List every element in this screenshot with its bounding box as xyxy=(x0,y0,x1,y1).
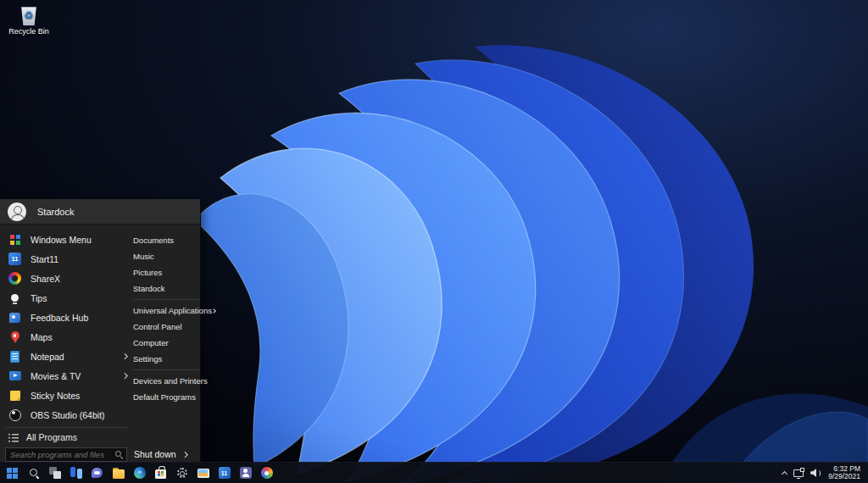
recycle-bin-label: Recycle Bin xyxy=(3,27,54,36)
startmenu-item-control-panel[interactable]: Control Panel xyxy=(133,319,199,335)
shutdown-label: Shut down xyxy=(134,449,176,459)
startmenu-item-music[interactable]: Music xyxy=(133,248,199,264)
teams-icon xyxy=(240,467,252,479)
taskbar-photos-button[interactable] xyxy=(192,463,214,483)
separator xyxy=(133,369,199,370)
item-label: Music xyxy=(133,252,154,261)
item-label: Universal Applications xyxy=(133,306,212,315)
startmenu-item-obs-studio[interactable]: OBS Studio (64bit) xyxy=(3,405,131,425)
edge-icon xyxy=(134,467,146,479)
speaker-icon[interactable] xyxy=(810,469,821,477)
item-label: Stardock xyxy=(133,284,165,293)
item-label: Maps xyxy=(31,332,126,342)
photos-icon xyxy=(198,469,209,478)
search-icon xyxy=(29,468,39,478)
chat-icon xyxy=(92,468,103,478)
search-icon xyxy=(115,451,123,458)
obs-studio-icon xyxy=(8,408,22,422)
chevron-right-icon xyxy=(182,452,187,457)
startmenu-item-movies-tv[interactable]: Movies & TV xyxy=(3,366,131,386)
startmenu-item-sharex[interactable]: ShareX xyxy=(3,269,131,288)
gear-icon xyxy=(177,468,187,478)
item-label: Notepad xyxy=(31,352,114,362)
start-menu-right-column: Documents Music Pictures Stardock Univer… xyxy=(133,232,199,405)
taskbar-file-explorer-button[interactable] xyxy=(108,463,129,483)
startmenu-item-devices-and-printers[interactable]: Devices and Printers xyxy=(133,373,199,389)
all-programs-list-icon xyxy=(8,432,19,442)
file-explorer-icon xyxy=(113,469,125,479)
item-label: Documents xyxy=(133,236,174,245)
recycle-symbol-icon: ♻ xyxy=(19,10,38,20)
startmenu-item-tips[interactable]: Tips xyxy=(3,288,131,308)
item-label: Default Programs xyxy=(133,392,196,402)
start11-icon xyxy=(219,467,231,479)
recycle-bin-glyph: ♻ xyxy=(19,4,38,25)
startmenu-item-settings[interactable]: Settings xyxy=(133,351,199,367)
item-label: OBS Studio (64bit) xyxy=(31,410,126,420)
all-programs-button[interactable]: All Programs xyxy=(8,430,77,444)
startmenu-item-universal-applications[interactable]: Universal Applications xyxy=(133,303,199,319)
maps-icon xyxy=(8,330,22,344)
item-label: Settings xyxy=(133,354,162,364)
tray-date: 9/29/2021 xyxy=(828,473,860,481)
sharex-icon xyxy=(8,271,22,286)
item-label: Devices and Printers xyxy=(133,376,208,386)
start-menu-body: Windows Menu Start11 ShareX Tips Feedbac… xyxy=(0,225,200,462)
windows-logo-icon xyxy=(7,468,18,479)
taskbar-clock[interactable]: 6:32 PM 9/29/2021 xyxy=(828,465,860,481)
movies-tv-icon xyxy=(8,369,22,383)
startmenu-item-windows-menu[interactable]: Windows Menu xyxy=(3,230,131,249)
item-label: Feedback Hub xyxy=(31,313,126,323)
search-box xyxy=(5,447,127,462)
taskbar-start-button[interactable] xyxy=(2,463,23,483)
start-menu-user-header[interactable]: Stardock xyxy=(0,199,200,225)
taskbar-store-button[interactable] xyxy=(150,463,171,483)
startmenu-item-feedback-hub[interactable]: Feedback Hub xyxy=(3,308,131,327)
startmenu-item-computer[interactable]: Computer xyxy=(133,335,199,351)
search-input[interactable] xyxy=(5,447,127,462)
taskbar-start11-button[interactable] xyxy=(214,463,235,483)
startmenu-item-default-programs[interactable]: Default Programs xyxy=(133,389,199,405)
start-menu: Stardock Windows Menu Start11 ShareX Tip… xyxy=(0,199,201,462)
tips-icon xyxy=(8,291,22,305)
store-icon xyxy=(155,469,166,479)
feedback-hub-icon xyxy=(8,310,22,325)
taskbar-settings-button[interactable] xyxy=(171,463,192,483)
taskbar-teams-button[interactable] xyxy=(235,463,256,483)
widgets-icon xyxy=(70,467,82,479)
taskbar-edge-button[interactable] xyxy=(129,463,150,483)
taskbar-paint-button[interactable] xyxy=(256,463,277,483)
item-label: Start11 xyxy=(31,254,126,264)
startmenu-item-notepad[interactable]: Notepad xyxy=(3,347,131,366)
startmenu-item-start11[interactable]: Start11 xyxy=(3,249,131,269)
startmenu-item-sticky-notes[interactable]: Sticky Notes xyxy=(3,386,131,405)
taskbar-task-view-button[interactable] xyxy=(44,463,65,483)
item-label: Sticky Notes xyxy=(31,391,126,401)
user-avatar[interactable] xyxy=(8,203,26,221)
task-view-icon xyxy=(49,467,61,479)
chevron-up-icon[interactable] xyxy=(782,471,787,477)
taskbar-search-button[interactable] xyxy=(23,463,44,483)
notepad-icon xyxy=(8,349,22,364)
separator xyxy=(133,299,199,300)
start11-icon xyxy=(8,252,22,266)
chevron-right-icon xyxy=(122,353,127,358)
startmenu-item-stardock[interactable]: Stardock xyxy=(133,280,199,297)
user-name: Stardock xyxy=(37,207,74,217)
windows-menu-icon xyxy=(8,232,22,247)
chevron-right-icon xyxy=(122,373,127,378)
recycle-bin-icon[interactable]: ♻ Recycle Bin xyxy=(3,4,54,36)
item-label: Tips xyxy=(31,293,126,303)
separator xyxy=(5,427,127,428)
taskbar-chat-button[interactable] xyxy=(86,463,108,483)
item-label: Windows Menu xyxy=(31,235,126,245)
item-label: ShareX xyxy=(31,274,126,284)
shutdown-button[interactable]: Shut down xyxy=(134,449,186,459)
startmenu-item-pictures[interactable]: Pictures xyxy=(133,264,199,280)
sticky-notes-icon xyxy=(8,388,22,402)
startmenu-item-documents[interactable]: Documents xyxy=(133,232,199,248)
display-tray-icon[interactable] xyxy=(793,469,804,477)
all-programs-label: All Programs xyxy=(26,432,77,442)
startmenu-item-maps[interactable]: Maps xyxy=(3,327,131,347)
taskbar-widgets-button[interactable] xyxy=(65,463,86,483)
